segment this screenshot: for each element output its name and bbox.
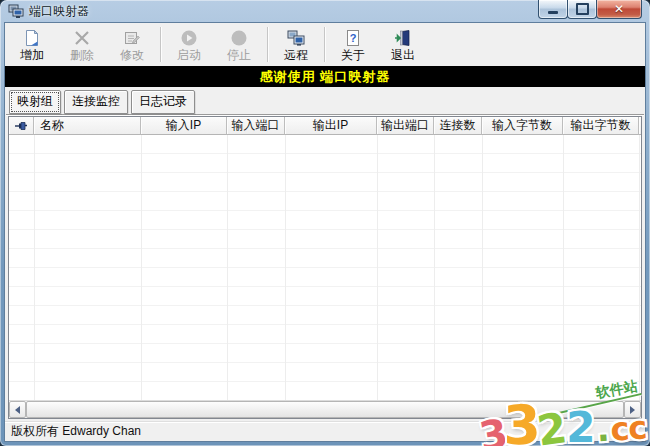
thanks-banner-text: 感谢使用 端口映射器 — [260, 68, 391, 86]
grid-line — [285, 135, 286, 400]
tab-log-records[interactable]: 日志记录 — [131, 90, 195, 114]
table-body-empty — [9, 135, 641, 400]
client-area: 增加 删除 修改 — [4, 22, 646, 442]
toolbar: 增加 删除 修改 — [5, 23, 645, 66]
delete-button[interactable]: 删除 — [57, 24, 107, 65]
maximize-icon — [576, 3, 589, 15]
grid-line — [563, 135, 564, 400]
statusbar-copyright-text: 版权所有 Edwardy Chan — [11, 423, 141, 440]
remote-button[interactable]: 远程 — [271, 24, 321, 65]
stop-button[interactable]: 停止 — [214, 24, 264, 65]
minimize-button[interactable] — [538, 0, 568, 19]
exit-button-label: 退出 — [391, 49, 415, 62]
grid-line — [34, 135, 35, 400]
exit-button[interactable]: 退出 — [378, 24, 428, 65]
stop-circle-icon — [230, 28, 248, 48]
modify-button[interactable]: 修改 — [107, 24, 157, 65]
grid-line — [377, 135, 378, 400]
column-header-name[interactable]: 名称 — [34, 117, 141, 135]
delete-button-label: 删除 — [70, 49, 94, 62]
caption-buttons: ✕ — [539, 0, 642, 19]
modify-edit-icon — [123, 28, 141, 48]
grid-line — [639, 135, 640, 400]
svg-text:?: ? — [350, 31, 357, 43]
grid-line — [141, 135, 142, 400]
mapping-table: 名称 输入IP 输入端口 输出IP 输出端口 连接数 输入字节数 输出字节数 输… — [8, 116, 642, 419]
app-window: 端口映射器 ✕ — [0, 0, 650, 446]
column-header-connections[interactable]: 连接数 — [434, 117, 482, 135]
remote-button-label: 远程 — [284, 49, 308, 62]
tab-page-border — [6, 114, 644, 115]
column-header-output-port[interactable]: 输出端口 — [377, 117, 434, 135]
dual-monitors-icon — [8, 3, 24, 19]
statusbar: 版权所有 Edwardy Chan — [5, 421, 645, 441]
column-header-input-ip[interactable]: 输入IP — [141, 117, 227, 135]
about-help-icon: ? — [344, 28, 362, 48]
maximize-button[interactable] — [567, 0, 597, 19]
minimize-icon — [548, 11, 558, 14]
toolbar-separator — [267, 27, 268, 62]
start-play-icon — [180, 28, 198, 48]
start-button[interactable]: 启动 — [164, 24, 214, 65]
scroll-right-arrow-icon — [630, 406, 639, 414]
remote-computers-icon — [286, 28, 306, 48]
about-button-label: 关于 — [341, 49, 365, 62]
table-header: 名称 输入IP 输入端口 输出IP 输出端口 连接数 输入字节数 输出字节数 输… — [9, 117, 641, 135]
tab-connection-monitor[interactable]: 连接监控 — [64, 90, 128, 114]
scroll-left-button[interactable] — [9, 401, 26, 418]
column-header-input-port[interactable]: 输入端口 — [227, 117, 285, 135]
add-page-icon — [23, 28, 41, 48]
pin-icon — [14, 120, 28, 132]
column-header-output-bytes[interactable]: 输出字节数 — [563, 117, 639, 135]
tab-bar: 映射组 连接监控 日志记录 — [5, 87, 645, 114]
titlebar: 端口映射器 ✕ — [0, 0, 650, 22]
column-header-input-bytes[interactable]: 输入字节数 — [482, 117, 563, 135]
grid-line — [227, 135, 228, 400]
add-button[interactable]: 增加 — [7, 24, 57, 65]
scroll-right-button[interactable] — [624, 401, 641, 418]
start-button-label: 启动 — [177, 49, 201, 62]
delete-x-icon — [73, 28, 91, 48]
close-icon: ✕ — [614, 3, 624, 15]
column-header-input-truncated[interactable]: 输入 — [639, 117, 641, 135]
window-title: 端口映射器 — [29, 3, 89, 20]
toolbar-separator — [324, 27, 325, 62]
about-button[interactable]: ? 关于 — [328, 24, 378, 65]
column-header-pin[interactable] — [9, 117, 34, 135]
grid-line — [434, 135, 435, 400]
close-button[interactable]: ✕ — [596, 0, 642, 19]
add-button-label: 增加 — [20, 49, 44, 62]
stop-button-label: 停止 — [227, 49, 251, 62]
tab-mapping-group[interactable]: 映射组 — [9, 90, 61, 114]
scrollbar-thumb[interactable] — [26, 401, 624, 418]
thanks-banner: 感谢使用 端口映射器 — [5, 66, 645, 87]
horizontal-scrollbar[interactable] — [9, 400, 641, 418]
column-header-output-ip[interactable]: 输出IP — [285, 117, 377, 135]
exit-door-icon — [394, 28, 412, 48]
toolbar-separator — [160, 27, 161, 62]
modify-button-label: 修改 — [120, 49, 144, 62]
grid-line — [482, 135, 483, 400]
scroll-left-arrow-icon — [11, 406, 20, 414]
